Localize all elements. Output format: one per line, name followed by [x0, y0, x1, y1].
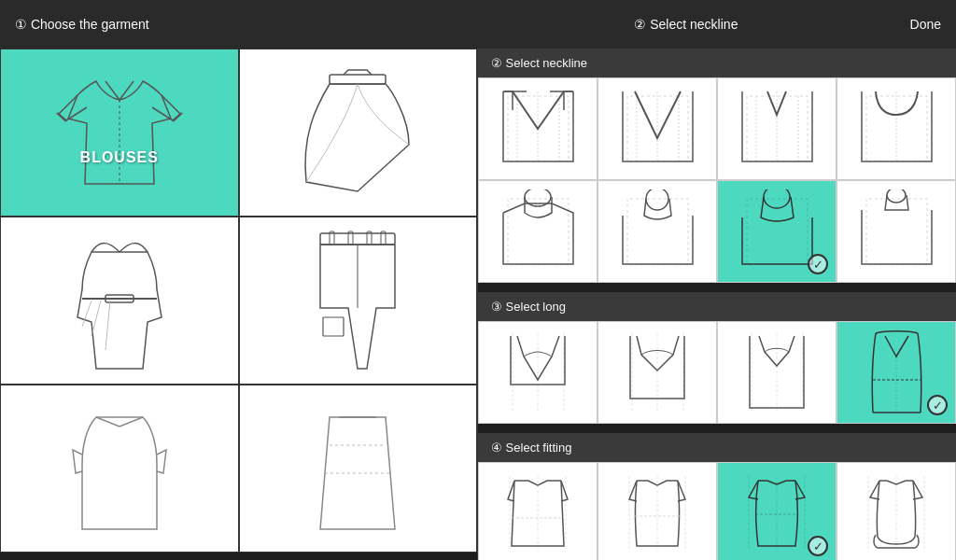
garment-pants[interactable] — [239, 217, 478, 385]
fitting-3-icon — [739, 471, 814, 555]
fitting-grid: ✓ — [478, 462, 956, 560]
done-button[interactable]: Done — [910, 17, 941, 32]
blouse-icon — [49, 63, 190, 203]
neckline-6-icon — [618, 189, 697, 273]
neckline-7-checkmark: ✓ — [808, 254, 828, 274]
neckline-option-5[interactable] — [478, 180, 598, 283]
svg-point-13 — [646, 189, 668, 210]
garment5-icon — [59, 399, 180, 539]
fitting-option-2[interactable] — [598, 462, 717, 560]
neckline-option-2[interactable] — [598, 77, 717, 180]
svg-rect-5 — [323, 317, 344, 336]
garment6-icon — [297, 399, 418, 539]
spacer-1 — [478, 283, 956, 292]
main-content: BLOUSES — [0, 49, 956, 560]
blouses-label: BLOUSES — [80, 149, 159, 166]
neckline-option-4[interactable] — [836, 77, 956, 180]
neckline-8-icon — [857, 189, 936, 273]
neckline-section-header: ② Select neckline — [478, 49, 956, 77]
long-3-icon — [742, 329, 812, 417]
fitting-3-checkmark: ✓ — [808, 536, 828, 556]
neckline-option-7[interactable]: ✓ — [717, 180, 836, 283]
step2-label: ② Select neckline — [462, 17, 909, 32]
neckline-option-1[interactable] — [478, 77, 598, 180]
svg-rect-8 — [367, 231, 372, 245]
options-panel: ② Select neckline — [478, 49, 956, 560]
fitting-2-icon — [620, 471, 695, 555]
garment-corset[interactable] — [0, 217, 239, 385]
garment-blouses[interactable]: BLOUSES — [0, 49, 239, 217]
garment-6[interactable] — [239, 385, 478, 553]
spacer-2 — [478, 424, 956, 433]
long-grid: ✓ — [478, 321, 956, 424]
svg-rect-1 — [330, 75, 386, 84]
corset-icon — [54, 224, 185, 378]
fitting-option-4[interactable] — [836, 462, 956, 560]
long-1-icon — [503, 329, 573, 417]
neckline-3-icon — [738, 87, 817, 171]
neckline-4-icon — [857, 87, 936, 171]
svg-rect-9 — [381, 231, 386, 245]
svg-rect-3 — [320, 233, 395, 245]
fitting-4-icon — [859, 471, 934, 555]
neckline-5-icon — [499, 189, 578, 273]
garment-skirt[interactable] — [239, 49, 478, 217]
svg-rect-6 — [330, 231, 334, 245]
svg-rect-7 — [348, 231, 353, 245]
long-4-icon — [862, 329, 932, 417]
neckline-grid: ✓ — [478, 77, 956, 283]
svg-point-15 — [887, 189, 906, 203]
fitting-option-3[interactable]: ✓ — [717, 462, 836, 560]
svg-rect-2 — [105, 295, 134, 302]
neckline-option-3[interactable] — [717, 77, 836, 180]
long-2-icon — [623, 329, 693, 417]
fitting-section-header: ④ Select fitting — [478, 433, 956, 462]
skirt-icon — [288, 61, 428, 205]
long-4-checkmark: ✓ — [927, 395, 948, 415]
pants-icon — [297, 224, 418, 378]
long-option-3[interactable] — [717, 321, 836, 424]
neckline-1-icon — [499, 87, 578, 171]
svg-point-14 — [764, 189, 790, 208]
long-option-2[interactable] — [598, 321, 717, 424]
fitting-option-1[interactable] — [478, 462, 598, 560]
neckline-7-icon — [738, 189, 817, 273]
step1-label: ① Choose the garment — [15, 17, 462, 32]
long-option-1[interactable] — [478, 321, 598, 424]
neckline-2-icon — [618, 87, 697, 171]
garment-5[interactable] — [0, 385, 239, 553]
neckline-option-8[interactable] — [836, 180, 956, 283]
header: ① Choose the garment ② Select neckline D… — [0, 0, 956, 49]
svg-point-12 — [525, 189, 551, 206]
fitting-1-icon — [500, 471, 575, 555]
neckline-option-6[interactable] — [598, 180, 717, 283]
garment-grid: BLOUSES — [0, 49, 478, 560]
long-section-header: ③ Select long — [478, 292, 956, 321]
long-option-4[interactable]: ✓ — [836, 321, 956, 424]
